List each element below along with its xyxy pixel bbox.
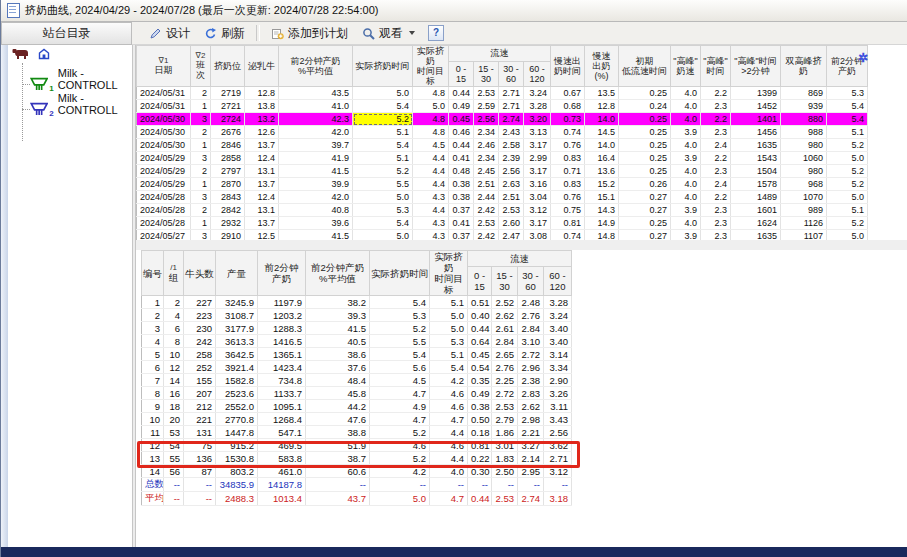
cell[interactable]: 4.0 <box>671 165 701 178</box>
cell[interactable]: 15.1 <box>585 191 619 204</box>
cell[interactable]: 2.51 <box>499 191 524 204</box>
cell[interactable]: 2.72 <box>518 348 544 361</box>
cell[interactable]: 2.53 <box>499 204 524 217</box>
cell[interactable]: 13.7 <box>245 178 279 191</box>
cell[interactable]: 4.4 <box>413 165 449 178</box>
table-row[interactable]: 145687803.2461.060.64.24.00.302.502.953.… <box>142 465 572 478</box>
cell[interactable]: 2.52 <box>492 296 518 309</box>
table-row[interactable]: 8162072523.61133.745.84.74.60.492.722.83… <box>142 387 572 400</box>
cell[interactable]: 2.51 <box>474 178 499 191</box>
cell[interactable]: 2.34 <box>474 126 499 139</box>
cell[interactable]: 0.81 <box>468 439 492 452</box>
cell[interactable]: 5.2 <box>353 165 413 178</box>
cell[interactable]: 1452 <box>731 100 781 113</box>
cell[interactable]: 803.2 <box>216 465 258 478</box>
cell[interactable]: 0.83 <box>551 178 585 191</box>
cell[interactable]: 5.3 <box>430 335 468 348</box>
cell[interactable]: 2.2 <box>701 191 731 204</box>
table-row[interactable]: 125475915.2469.551.94.64.60.813.013.273.… <box>142 439 572 452</box>
cell[interactable]: 2.60 <box>499 217 524 230</box>
cell[interactable]: 2.56 <box>544 426 572 439</box>
cell[interactable]: 7 <box>142 374 164 387</box>
cell[interactable]: 2 <box>191 87 211 100</box>
column-header[interactable]: 挤奶位 <box>211 46 245 87</box>
cell[interactable]: 39.6 <box>279 217 353 230</box>
cell[interactable]: 56 <box>164 465 184 478</box>
cell[interactable]: 2.98 <box>518 413 544 426</box>
column-header[interactable]: 慢速出奶时间 <box>551 46 585 87</box>
cell[interactable]: 2.45 <box>474 165 499 178</box>
cell[interactable]: 3.11 <box>544 400 572 413</box>
cell[interactable]: 2024/05/29 <box>137 178 191 191</box>
cell[interactable]: 0.25 <box>619 165 671 178</box>
cell[interactable]: 4.5 <box>370 374 430 387</box>
cell[interactable]: 4.3 <box>413 217 449 230</box>
cell[interactable]: 2.3 <box>701 126 731 139</box>
cell[interactable]: 1601 <box>731 204 781 217</box>
cell[interactable]: 0.45 <box>449 113 474 126</box>
cell[interactable]: 0.67 <box>551 87 585 100</box>
cell[interactable]: 4.2 <box>370 465 430 478</box>
cell[interactable]: 1635 <box>731 139 781 152</box>
cell[interactable]: -- <box>164 478 184 492</box>
cell[interactable]: 0.44 <box>449 87 474 100</box>
cell[interactable]: 4.4 <box>413 204 449 217</box>
cell[interactable]: 4.0 <box>671 100 701 113</box>
cell[interactable]: -- <box>164 492 184 506</box>
cell[interactable]: 6 <box>142 361 164 374</box>
cell[interactable]: 5.2 <box>370 322 430 335</box>
cell[interactable]: 2 <box>142 309 164 322</box>
column-header[interactable]: 60 - 120 <box>544 267 572 296</box>
cell[interactable]: 3.20 <box>524 113 551 126</box>
cell[interactable]: 0.46 <box>449 126 474 139</box>
cell[interactable]: 42.0 <box>279 126 353 139</box>
column-header[interactable]: "高峰"奶速 <box>671 46 701 87</box>
cell[interactable]: 221 <box>184 413 216 426</box>
cell[interactable]: 2024/05/28 <box>137 191 191 204</box>
cell[interactable]: 2024/05/30 <box>137 139 191 152</box>
cell[interactable]: 15.2 <box>585 178 619 191</box>
cell[interactable]: 4.7 <box>370 413 430 426</box>
cell[interactable]: 0.74 <box>551 126 585 139</box>
cell[interactable]: 14187.8 <box>258 478 306 492</box>
cell[interactable]: 5.0 <box>370 492 430 506</box>
cell[interactable]: 4.5 <box>413 139 449 152</box>
cell[interactable]: 3.10 <box>518 335 544 348</box>
cell[interactable]: 53 <box>164 426 184 439</box>
view-button[interactable]: 观看 <box>355 22 422 45</box>
cell[interactable]: 0.41 <box>449 217 474 230</box>
cell[interactable]: 989 <box>781 204 827 217</box>
sidebar-item-milk-2[interactable]: 2 Milk - CONTROLL <box>30 92 132 118</box>
cell[interactable]: 3.9 <box>671 152 701 165</box>
cell[interactable]: 0.24 <box>619 100 671 113</box>
cell[interactable]: 3642.5 <box>216 348 258 361</box>
cell[interactable]: 14 <box>164 374 184 387</box>
cell[interactable]: 869 <box>781 87 827 100</box>
cell[interactable]: 3.27 <box>518 439 544 452</box>
cell[interactable]: 5.6 <box>370 361 430 374</box>
refresh-button[interactable]: 刷新 <box>197 22 252 45</box>
column-header[interactable]: 实际挤奶时间 <box>353 46 413 87</box>
cell[interactable]: 1013.4 <box>258 492 306 506</box>
cell[interactable]: 0.27 <box>619 204 671 217</box>
cell[interactable]: 3.12 <box>524 204 551 217</box>
cell[interactable]: 12.6 <box>245 126 279 139</box>
cell[interactable]: 5.1 <box>430 296 468 309</box>
cell[interactable]: 0.30 <box>468 465 492 478</box>
cell[interactable]: 10 <box>164 348 184 361</box>
cell[interactable]: 0.50 <box>468 413 492 426</box>
cell[interactable]: 3.43 <box>544 413 572 426</box>
cell[interactable]: 2842 <box>211 204 245 217</box>
cell[interactable]: 583.8 <box>258 452 306 465</box>
cell[interactable]: 0.41 <box>449 152 474 165</box>
cell[interactable]: 2.2 <box>701 152 731 165</box>
cell[interactable]: 5.4 <box>370 348 430 361</box>
table-row[interactable]: 7141551582.8734.848.44.54.20.352.252.382… <box>142 374 572 387</box>
table-row[interactable]: 2024/05/283284312.442.05.04.30.382.442.5… <box>137 191 868 204</box>
cell[interactable]: 13.8 <box>245 100 279 113</box>
cell[interactable]: -- <box>468 478 492 492</box>
cell[interactable]: 227 <box>184 296 216 309</box>
cell[interactable]: 3.40 <box>544 322 572 335</box>
cell[interactable]: 4.4 <box>413 178 449 191</box>
cell[interactable]: 2523.6 <box>216 387 258 400</box>
